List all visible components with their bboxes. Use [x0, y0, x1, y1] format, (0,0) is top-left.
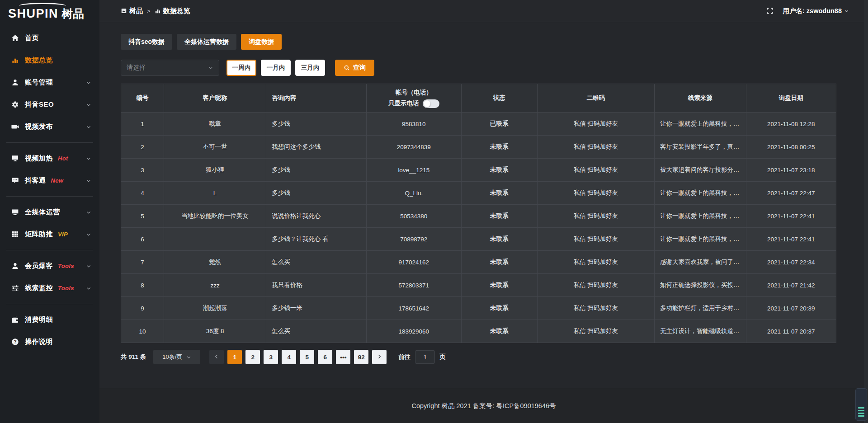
widget-bar [858, 407, 864, 409]
sidebar-divider [6, 304, 93, 304]
goto-page-input[interactable] [415, 350, 435, 364]
sidebar-item-badge: New [51, 177, 64, 184]
tab-全媒体运营数据[interactable]: 全媒体运营数据 [177, 34, 236, 50]
cell-source-link[interactable]: 如何正确选择投影仪，买投影… [655, 274, 746, 297]
sidebar-item-账号管理[interactable]: 账号管理 [0, 71, 99, 94]
page-button-5[interactable]: 5 [300, 350, 314, 364]
user-menu[interactable]: 用户名: zswodun88 [783, 7, 849, 15]
cell-qrcode-link[interactable]: 私信 扫码加好友 [537, 320, 654, 343]
cell-no: 6 [121, 228, 164, 251]
cell-content: 说说价格让我死心 [266, 205, 366, 228]
sidebar-item-label: 会员爆客 [25, 262, 53, 270]
home-icon [11, 34, 19, 42]
pager-nav: 123456•••92 [209, 350, 387, 364]
cell-qrcode-link[interactable]: 私信 扫码加好友 [537, 205, 654, 228]
filter-select[interactable]: 请选择 [121, 60, 219, 76]
sidebar-item-线索监控[interactable]: 线索监控Tools [0, 277, 99, 299]
cell-content: 我只看价格 [266, 274, 366, 297]
chevron-down-icon [86, 210, 91, 215]
cell-source-link[interactable]: 让你一眼就爱上的黑科技，能… [655, 228, 746, 251]
tab-抖音seo数据[interactable]: 抖音seo数据 [121, 34, 172, 50]
cell-status: 已联系 [461, 113, 537, 136]
comment-icon [11, 177, 19, 184]
cell-qrcode-link[interactable]: 私信 扫码加好友 [537, 159, 654, 182]
cell-qrcode-link[interactable]: 私信 扫码加好友 [537, 136, 654, 159]
page-button-6[interactable]: 6 [318, 350, 332, 364]
chevron-down-icon [186, 355, 191, 360]
cell-date: 2021-11-08 00:25 [746, 136, 836, 159]
sidebar-item-label: 操作说明 [25, 338, 53, 346]
sidebar-item-label: 数据总览 [25, 56, 53, 65]
fullscreen-icon[interactable] [766, 7, 774, 14]
page-size-select[interactable]: 10条/页 [153, 350, 200, 364]
sidebar-item-操作说明[interactable]: ?操作说明 [0, 331, 99, 353]
cell-source-link[interactable]: 让你一眼就爱上的黑科技，能… [655, 205, 746, 228]
page-button-3[interactable]: 3 [264, 350, 278, 364]
chevron-down-icon [844, 9, 849, 14]
page-button-1[interactable]: 1 [227, 350, 242, 364]
cell-date: 2021-11-07 22:41 [746, 205, 836, 228]
sidebar-item-矩阵助推[interactable]: 矩阵助推VIP [0, 223, 99, 245]
sliders-icon [11, 284, 19, 292]
page-button-4[interactable]: 4 [282, 350, 296, 364]
cell-date: 2021-11-07 22:41 [746, 228, 836, 251]
cell-qrcode-link[interactable]: 私信 扫码加好友 [537, 113, 654, 136]
sidebar-item-视频加热[interactable]: 视频加热Hot [0, 147, 99, 169]
select-placeholder: 请选择 [127, 64, 146, 72]
tab-询盘数据[interactable]: 询盘数据 [241, 34, 282, 50]
sidebar-item-视频发布[interactable]: 视频发布 [0, 116, 99, 138]
chart-icon [11, 56, 19, 64]
topbar-right: 用户名: zswodun88 [766, 7, 849, 15]
phone-only-toggle[interactable] [423, 99, 439, 108]
cell-source-link[interactable]: 感谢大家喜欢我家，被问了好… [655, 251, 746, 274]
cell-qrcode-link[interactable]: 私信 扫码加好友 [537, 251, 654, 274]
breadcrumb-item-home[interactable]: 树品 [121, 7, 143, 15]
cell-nickname: 当地比较能吃的一位美女 [164, 205, 266, 228]
sidebar-item-首页[interactable]: 首页 [0, 27, 99, 49]
page-button-2[interactable]: 2 [245, 350, 260, 364]
page-ellipsis[interactable]: ••• [336, 350, 350, 364]
floating-widget[interactable] [855, 388, 867, 421]
table-row: 8zzz我只看价格572803371未联系私信 扫码加好友如何正确选择投影仪，买… [121, 274, 836, 297]
sidebar-item-抖客通[interactable]: 抖客通New [0, 169, 99, 192]
pagination-next-button[interactable] [372, 350, 387, 364]
cell-qrcode-link[interactable]: 私信 扫码加好友 [537, 182, 654, 205]
main-area: 树品 > 数据总览 用户名: zswodun88 抖音seo数据全媒体运营数据询… [99, 0, 868, 423]
range-button-一周内[interactable]: 一周内 [226, 60, 256, 76]
table-row: 1哦章多少钱9583810已联系私信 扫码加好友让你一眼就爱上的黑科技，能…20… [121, 113, 836, 136]
sidebar-item-全媒体运营[interactable]: 全媒体运营 [0, 201, 99, 223]
query-button[interactable]: 查询 [335, 60, 374, 76]
cell-source-link[interactable]: 让你一眼就爱上的黑科技，能… [655, 113, 746, 136]
cell-no: 3 [121, 159, 164, 182]
cell-account: 917024162 [366, 251, 461, 274]
range-button-一月内[interactable]: 一月内 [261, 60, 291, 76]
cell-status: 未联系 [461, 136, 537, 159]
cell-no: 2 [121, 136, 164, 159]
cell-source-link[interactable]: 多功能护栏灯，适用于乡村文… [655, 297, 746, 320]
cell-nickname: zzz [164, 274, 266, 297]
cell-status: 未联系 [461, 320, 537, 343]
breadcrumb-item-current[interactable]: 数据总览 [155, 7, 190, 15]
app-logo: SHUPIN 树品 [0, 0, 99, 27]
sidebar-item-抖音SEO[interactable]: 抖音SEO [0, 94, 99, 116]
pagination-prev-button[interactable] [209, 350, 224, 364]
cell-source-link[interactable]: 客厅安装投影半年多了，真实… [655, 136, 746, 159]
video-icon [11, 123, 19, 131]
cell-source-link[interactable]: 让你一眼就爱上的黑科技，能… [655, 182, 746, 205]
cell-qrcode-link[interactable]: 私信 扫码加好友 [537, 297, 654, 320]
table-row: 7觉然怎么买917024162未联系私信 扫码加好友感谢大家喜欢我家，被问了好…… [121, 251, 836, 274]
cell-source-link[interactable]: 被大家追着问的客厅投影分享… [655, 159, 746, 182]
column-header-帐号（电话）: 帐号（电话）只显示电话 [366, 84, 461, 113]
scrollbar[interactable] [864, 0, 868, 423]
sidebar-item-会员爆客[interactable]: 会员爆客Tools [0, 255, 99, 277]
range-button-三月内[interactable]: 三月内 [295, 60, 325, 76]
cell-source-link[interactable]: 无主灯设计，智能磁吸轨道灯… [655, 320, 746, 343]
cell-status: 未联系 [461, 251, 537, 274]
page-button-92[interactable]: 92 [354, 350, 368, 364]
cell-qrcode-link[interactable]: 私信 扫码加好友 [537, 228, 654, 251]
sidebar-item-数据总览[interactable]: 数据总览 [0, 49, 99, 71]
sidebar-item-消费明细[interactable]: 消费明细 [0, 309, 99, 331]
cell-nickname: L [164, 182, 266, 205]
sidebar-item-label: 账号管理 [25, 78, 53, 87]
cell-qrcode-link[interactable]: 私信 扫码加好友 [537, 274, 654, 297]
